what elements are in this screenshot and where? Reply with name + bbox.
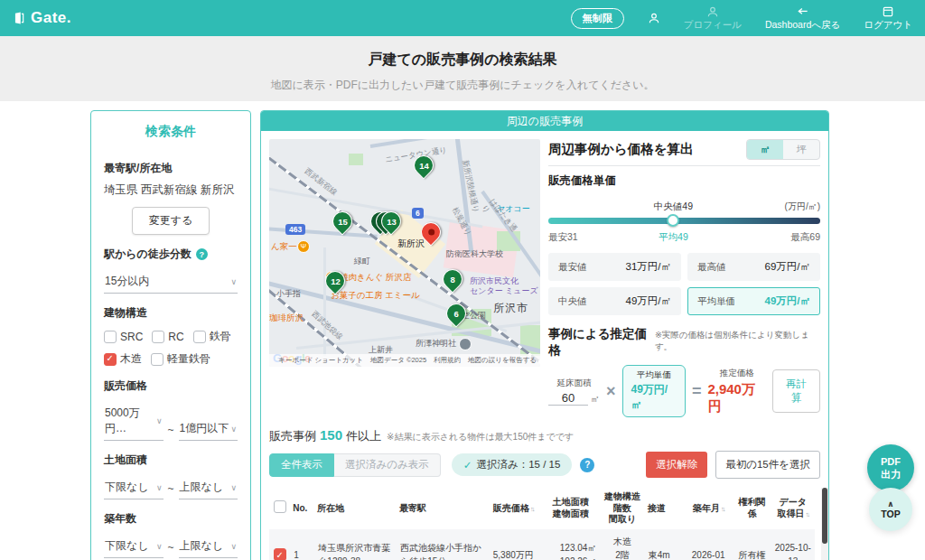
results-table: No. 所在地 最寄駅 販売価格↑↓ 土地面積 建物面積 建物構造 階数 間取り… [269, 488, 815, 560]
col-no: No. [291, 488, 315, 529]
map-label: 西武池袋線 [310, 309, 345, 341]
nav-profile[interactable]: プロフィール [684, 5, 742, 31]
row-checkbox[interactable] [274, 548, 286, 560]
stat-min: 最安値31万円/㎡ [548, 253, 681, 281]
col-address: 所在地 [315, 488, 397, 529]
nav-dashboard-back[interactable]: Dashboardへ戻る [765, 5, 840, 31]
gate-logo[interactable]: Gate. [13, 9, 71, 27]
map-label: 珈琲所沢 [269, 313, 304, 323]
walk-help-icon[interactable]: ? [196, 248, 208, 260]
slider-min-label: 最安31 [548, 231, 578, 244]
map-label: 緑町 [354, 257, 370, 266]
results-toolbar: 全件表示 選択済みのみ表示 ✓ 選択済み：15 / 15 ? 選択解除 最初の1… [269, 451, 820, 479]
change-station-button[interactable]: 変更する [132, 207, 210, 235]
col-built[interactable]: 築年月↑↓ [684, 488, 733, 529]
scrollbar-thumb[interactable] [822, 488, 827, 544]
stat-average-unit-price: 平均単価49万円/㎡ [687, 287, 820, 315]
age-max-select[interactable]: 上限なし∨ [179, 534, 238, 558]
price-min-select[interactable]: 5000万円…∨ [104, 401, 164, 441]
pricing-panel: 周辺事例から価格を算出 ㎡ 坪 販売価格単価 中央値49 (万円/㎡) 最安31 [548, 139, 820, 417]
estimate-formula: 延床面積 ㎡ × 平均単価 49万円/㎡ = [548, 365, 820, 417]
chevron-down-icon: ∨ [156, 542, 163, 551]
price-max-select[interactable]: 1億円以下∨ [179, 416, 238, 441]
page-head: 戸建ての販売事例の検索結果 地図に表示・PDFに出力したい戸建て販売事例にチェッ… [0, 36, 925, 101]
estimated-price-value: 2,940万円 [707, 381, 766, 415]
map-report-link[interactable]: 地図の誤りを報告する [468, 356, 537, 365]
checkbox[interactable] [151, 353, 164, 366]
route-463-badge: 463 [285, 224, 305, 235]
equals-sign: = [692, 382, 702, 401]
select-first-15-button[interactable]: 最初の15件を選択 [715, 451, 820, 479]
page-title: 戸建ての販売事例の検索結果 [0, 51, 925, 70]
plan-badge-button[interactable]: 無制限 [571, 8, 624, 29]
show-all-button[interactable]: 全件表示 [269, 453, 334, 477]
select-all-checkbox[interactable] [274, 500, 286, 513]
structure-checkbox-wood[interactable]: 木造 [104, 351, 142, 367]
panel-header: 周辺の販売事例 [261, 111, 828, 131]
restaurant-icon[interactable]: Ψ [297, 240, 310, 253]
checkbox[interactable] [104, 353, 117, 366]
map-shortcut-link[interactable]: キーボード ショートカット [278, 356, 363, 365]
estimated-price-label: 推定価格 [720, 368, 754, 379]
show-selected-button[interactable]: 選択済みのみ表示 [334, 453, 441, 477]
floor-area-unit: ㎡ [591, 393, 600, 406]
selection-help-icon[interactable]: ? [580, 458, 594, 472]
slider-median-label: 中央値49 [654, 201, 693, 213]
map-terms-link[interactable]: 利用規約 [434, 356, 461, 365]
chevron-down-icon: ∨ [230, 277, 237, 286]
logout-icon [882, 5, 894, 18]
chevron-down-icon: ∨ [230, 542, 237, 551]
table-scrollbar[interactable] [821, 488, 828, 560]
route-6-badge: 6 [412, 208, 424, 219]
structure-checkbox-rc[interactable]: RC [152, 329, 183, 344]
station-label: 最寄駅/所在地 [104, 161, 238, 176]
table-row[interactable]: 1 埼玉県所沢市青葉台1289-38 西武池袋線小手指から徒歩15分 5,380… [269, 529, 815, 560]
checkbox[interactable] [152, 331, 164, 343]
map-label: 所澤神明社 [416, 338, 473, 350]
pdf-export-button[interactable]: PDF 出力 [867, 444, 914, 491]
recalculate-button[interactable]: 再計算 [772, 369, 820, 413]
structure-checkbox-src[interactable]: SRC [104, 329, 143, 344]
map[interactable]: ニュータウン通り 西武新宿線 ヤオコー 新所沢 緑町 防衛医科大学校 松葉通り … [269, 139, 540, 367]
floor-area-input[interactable] [548, 391, 588, 406]
chevron-down-icon: ∨ [230, 425, 237, 434]
building-age-label: 築年数 [104, 511, 238, 527]
stat-max: 最高値69万円/㎡ [687, 253, 820, 281]
slider-track [548, 218, 820, 224]
walk-minutes-label: 駅からの徒歩分数 [104, 247, 192, 262]
checkbox[interactable] [104, 331, 117, 343]
sort-icon[interactable]: ↑↓ [806, 510, 809, 518]
col-price[interactable]: 販売価格↑↓ [485, 488, 542, 529]
results-table-wrap: No. 所在地 最寄駅 販売価格↑↓ 土地面積 建物面積 建物構造 階数 間取り… [269, 488, 820, 560]
col-structure: 建物構造 階数 間取り [599, 488, 645, 529]
structure-checkbox-light-steel[interactable]: 軽量鉄骨 [151, 351, 210, 367]
unit-tsubo-button[interactable]: 坪 [783, 140, 819, 159]
sort-icon[interactable]: ↑↓ [721, 505, 724, 513]
slider-thumb[interactable] [667, 214, 679, 227]
structure-checkbox-steel[interactable]: 鉄骨 [193, 329, 231, 344]
chevron-down-icon: ∨ [156, 416, 163, 425]
shrine-icon [459, 338, 472, 350]
deselect-all-button[interactable]: 選択解除 [646, 452, 707, 478]
land-min-select[interactable]: 下限なし∨ [104, 475, 164, 499]
checkbox[interactable] [193, 331, 206, 343]
page-subtitle: 地図に表示・PDFに出力したい戸建て販売事例にチェックを入れてください。 [0, 78, 925, 93]
map-label: 防衛医科大学校 [446, 249, 503, 259]
col-date[interactable]: データ 取得日↑↓ [771, 488, 815, 529]
selected-count-badge: ✓ 選択済み：15 / 15 [452, 453, 573, 476]
search-conditions-panel: 検索条件 最寄駅/所在地 埼玉県 西武新宿線 新所沢 変更する 駅からの徒歩分数… [90, 110, 251, 560]
age-min-select[interactable]: 下限なし∨ [104, 534, 164, 558]
sort-icon[interactable]: ↑↓ [530, 505, 534, 513]
land-max-select[interactable]: 上限なし∨ [179, 475, 238, 499]
unit-m2-button[interactable]: ㎡ [747, 140, 783, 159]
search-conditions-title: 検索条件 [104, 122, 238, 149]
map-label: ん家一Ψ [271, 240, 312, 253]
map-label: 所沢市民文化 センター ミューズ [470, 276, 538, 297]
map-label: 新所沢 [397, 238, 425, 250]
map-label: お菓子の工房 エミール [331, 290, 420, 301]
walk-minutes-select[interactable]: 15分以内 ∨ [104, 269, 238, 294]
user-icon[interactable] [648, 12, 660, 24]
nav-logout[interactable]: ログアウト [864, 5, 912, 31]
pricing-title: 周辺事例から価格を算出 [548, 141, 694, 158]
back-to-top-button[interactable]: ∧ TOP [869, 488, 912, 531]
